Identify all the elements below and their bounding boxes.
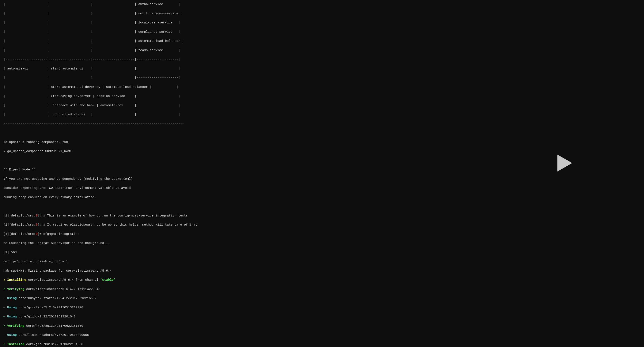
output-verifying-1: ✓ Verifying core/elasticsearch/5.6.4/201… [4,287,640,292]
table-row: | | controlled stack) | | | [4,112,640,117]
expert-mode-line3: running 'dep ensure' on every binary com… [4,195,640,200]
table-separator: ----------------------------------------… [4,122,640,126]
expert-mode-header: ** Expert Mode ** [4,168,640,172]
output-launching: => Launching the Habitat Supervisor in t… [4,241,640,246]
table-row: | | interact with the hab- | automate-de… [4,103,640,108]
output-using-1: → Using core/busybox-static/1.24.2/20170… [4,296,640,301]
play-button[interactable] [555,154,572,172]
output-installing: » Installing core/elasticsearch/5.6.4 fr… [4,278,640,282]
expert-mode-line1: If you are not updating any Go dependenc… [4,177,640,182]
expert-mode-line2: consider exporting the 'GO_FAST=true' en… [4,186,640,190]
terminal-window: | | | | authn-service | | | | | notifica… [0,0,644,347]
table-separator: |----------------------|----------------… [4,57,640,62]
update-info-line2: # go_update_component COMPONENT_NAME [4,149,640,154]
output-pid: [1] 563 [4,250,640,255]
table-row: | | | | authn-service | [4,2,640,7]
output-using-4: → Using core/linux-headers/4.3/201705132… [4,333,640,338]
blank-line [4,158,640,163]
output-missing-package: hab-sup(MN): Missing package for core/el… [4,269,640,273]
output-using-2: → Using core/gcc-libs/5.2.0/201705132129… [4,306,640,310]
blank-line [4,131,640,136]
table-row: | | | | automate-load-balancer | [4,39,640,44]
table-row: | automate-ui | start_automate_ui | | | [4,66,640,71]
blank-line [4,204,640,209]
terminal-output: | | | | authn-service | | | | | notifica… [4,2,640,347]
table-row: | | | | compliance-service | [4,30,640,34]
command-line-3: [1][default:/src:0]# cfgmgmt_integration [4,232,640,236]
output-ipv6: net.ipv6.conf.all.disable_ipv6 = 1 [4,259,640,264]
table-row: | | | | local-user-service | [4,20,640,25]
play-triangle-icon [558,154,572,172]
table-row: | | start_automate_ui_devproxy | automat… [4,85,640,90]
command-line-1: [1][default:/src:0]# # This is an exampl… [4,214,640,218]
update-info-line1: To update a running component, run: [4,140,640,145]
output-installed-1: ✓ Installed core/jre8/8u131/201706221810… [4,342,640,347]
table-row: | | | |----------------------| [4,76,640,80]
output-verifying-2: ✓ Verifying core/jre8/8u131/201706221810… [4,324,640,328]
output-using-3: → Using core/glibc/2.22/20170513201042 [4,314,640,319]
command-line-2: [1][default:/src:0]# # It requires elast… [4,222,640,227]
table-row: | | (for having devserver | session-serv… [4,94,640,99]
table-row: | | | | teams-service | [4,48,640,53]
table-row: | | | | notifications-service | [4,12,640,16]
